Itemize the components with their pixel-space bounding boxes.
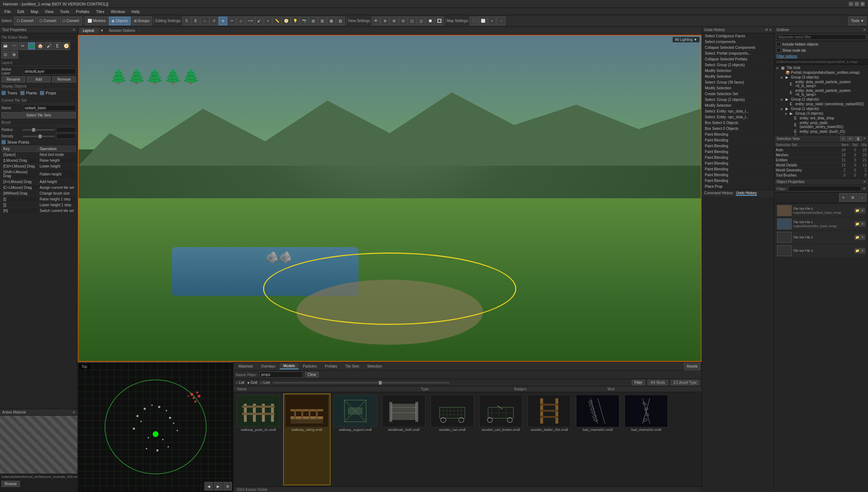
undo-item[interactable]: Place Prop (702, 184, 774, 190)
tool-rotate[interactable]: ↺ (209, 17, 218, 25)
menu-file[interactable]: File (1, 9, 14, 14)
menu-help[interactable]: Help (128, 9, 143, 14)
tool-scale[interactable]: ⊕ (219, 17, 227, 25)
view-tool-6[interactable]: ◲ (417, 17, 425, 25)
asset-item-wooden-ladder[interactable]: wooden_ladder_256.vmdl (526, 394, 573, 485)
tileset-btn-clear-0[interactable]: ✕ (860, 208, 865, 213)
undo-item[interactable]: Paint Blending (702, 166, 774, 172)
undo-item[interactable]: Collapse Selected Prefabs (702, 56, 774, 62)
view-tool-4[interactable]: ⊟ (399, 17, 407, 25)
tile-tool-prop[interactable]: 🏠 (36, 42, 44, 50)
tool-camera[interactable]: 📷 (300, 17, 309, 25)
undo-item[interactable]: Modify Selection (702, 103, 774, 109)
menu-prefabs[interactable]: Prefabs (73, 9, 92, 14)
undo-item[interactable]: Paint Blending (702, 143, 774, 149)
asset-item-wooden-cart[interactable]: wooden_cart.vmdl (429, 394, 476, 485)
assets-btn[interactable]: Assets (684, 362, 700, 371)
undo-item[interactable]: Create Selection Set (702, 91, 774, 97)
tile-tool-entity[interactable]: E (54, 42, 62, 50)
tab-prefabs[interactable]: Prefabs (321, 364, 341, 369)
asset-item-walkway-railing[interactable]: walkway_railing.vmdl (283, 394, 330, 485)
undo-item[interactable]: Paint Blending (702, 161, 774, 166)
rename-layer-btn[interactable]: Rename (1, 76, 25, 82)
browse-material-btn[interactable]: Browse (1, 481, 20, 487)
convert-button-1[interactable]: ⬡ Convert (14, 17, 36, 25)
asset-item-bad-chains002[interactable]: bad_chains002.vmdl (623, 394, 670, 485)
undo-item[interactable]: Select: Group (2 objects) (702, 97, 774, 103)
tool-select[interactable]: S (182, 17, 191, 25)
sel-set-item[interactable]: Meshes 23 0 23 (774, 153, 868, 158)
tool-clip[interactable]: ✂ (228, 17, 236, 25)
cmd-history-tab[interactable]: Command History (704, 191, 733, 196)
live-checkbox[interactable]: □ Live (260, 381, 270, 385)
sel-set-item[interactable]: World Details 13 0 13 (774, 163, 868, 168)
obj-prop-view-1[interactable]: ≡ (839, 193, 848, 202)
filter-options-link[interactable]: Filter options (776, 54, 866, 58)
undo-item[interactable]: Select: Entity: npc_dota_t... (702, 109, 774, 114)
tileset-btn-open-0[interactable]: 📁 (855, 208, 860, 213)
tab-tile-sets[interactable]: Tile Sets (342, 364, 363, 369)
tab-models[interactable]: Models (280, 363, 298, 369)
outliner-close[interactable]: ✕ (863, 28, 866, 32)
sel-set-item[interactable]: SelectionSet0 1 0 0 (774, 178, 868, 178)
asset-filter-clear-btn[interactable]: Clear (305, 372, 319, 377)
tool-vertex[interactable]: ◇ (237, 17, 245, 25)
tileset-btn-open-3[interactable]: 📁 (855, 248, 860, 253)
undo-item[interactable]: Select: Entity: npc_dota_t... (702, 114, 774, 120)
view-tool-2[interactable]: ⊕ (381, 17, 389, 25)
undo-item[interactable]: Paint Blending (702, 137, 774, 143)
sel-set-item[interactable]: Auto 24 0 23 (774, 148, 868, 153)
lighting-dropdown[interactable]: All Lighting ▼ (673, 37, 699, 42)
asset-item-walkway-support[interactable]: walkway_support.vmdl (332, 394, 379, 485)
tile-tool-tree[interactable]: 🌲 (27, 42, 35, 50)
minimize-button[interactable]: ─ (848, 1, 854, 7)
obj-prop-view-3[interactable]: ↕ (858, 193, 867, 202)
undo-item[interactable]: Select: Group (2 objects) (702, 62, 774, 68)
viewport-2d[interactable]: Top ◀ ▶ ⊕ (78, 362, 233, 492)
props-checkbox[interactable] (40, 91, 44, 95)
undo-panel-close[interactable]: ✕ (769, 28, 772, 32)
view-tool-5[interactable]: ◱ (408, 17, 416, 25)
tile-tool-terrain[interactable]: 🏔 (1, 42, 9, 50)
view-tool-8[interactable]: 🔳 (435, 17, 444, 25)
tile-tool-clip[interactable]: ✂ (19, 42, 27, 50)
undo-item[interactable]: Box Select 0 Objects (702, 120, 774, 126)
tree-item[interactable]: ▶ ▦ Tile Grid (775, 65, 867, 70)
menu-tools[interactable]: Tools (57, 9, 72, 14)
list-radio[interactable]: ○ List (236, 381, 244, 385)
sel-set-item[interactable]: Tool Brushes 0 0 0 (774, 173, 868, 178)
sel-set-item[interactable]: Entities 21 0 21 (774, 158, 868, 163)
undo-item[interactable]: Paint Blending (702, 172, 774, 178)
sel-set-item[interactable]: World Geometry 2 0 2 (774, 168, 868, 173)
tool-special3[interactable]: ▦ (327, 17, 336, 25)
viewport-3d[interactable]: 🌲🌲🌲🌲🌲 🪨🪨 All Lighting ▼ (78, 35, 702, 362)
delete-set-icon[interactable]: 🗑 (855, 136, 862, 141)
asset-item-windbreak[interactable]: windbreak_cloth.vmdl (380, 394, 427, 485)
undo-item[interactable]: Select components (702, 39, 774, 45)
zoom-slider[interactable] (273, 382, 449, 383)
tool-brush[interactable]: B (191, 17, 200, 25)
map-tool-1[interactable]: ⬛ (470, 17, 478, 25)
tile-tool-nav[interactable]: 🧭 (62, 42, 70, 50)
undo-item[interactable]: Select: Prefab (maps/prefa... (702, 51, 774, 56)
asset-filter-input[interactable] (259, 372, 303, 378)
undo-item[interactable]: Modify Selection (702, 85, 774, 91)
tool-place[interactable]: + (264, 17, 272, 25)
undo-item[interactable]: Paint Blending (702, 149, 774, 155)
tree-item[interactable]: E entity: prop_static (wooden_sentry_tow… (775, 120, 867, 129)
tool-measure[interactable]: 📏 (273, 17, 281, 25)
objects-button[interactable]: ◉ Objects (109, 17, 131, 25)
map-tool-2[interactable]: ⬜ (479, 17, 487, 25)
object-properties-close[interactable]: ✕ (863, 180, 866, 184)
add-set-icon[interactable]: + (840, 136, 846, 141)
grid-radio[interactable]: ● Grid (247, 381, 257, 385)
tile-tool-decal[interactable]: ⊙ (1, 51, 9, 59)
tool-paint[interactable]: 🖌 (255, 17, 263, 25)
tree-item[interactable]: E entity: ent_dota_shop (775, 116, 867, 120)
tileset-btn-clear-3[interactable]: ✕ (860, 248, 865, 253)
filter-btn[interactable]: Filter (632, 380, 645, 385)
add-layer-btn[interactable]: Add (27, 76, 51, 82)
undo-item[interactable]: Paint Blending (702, 132, 774, 137)
plants-checkbox[interactable] (20, 91, 25, 95)
menu-map[interactable]: Map (28, 9, 41, 14)
